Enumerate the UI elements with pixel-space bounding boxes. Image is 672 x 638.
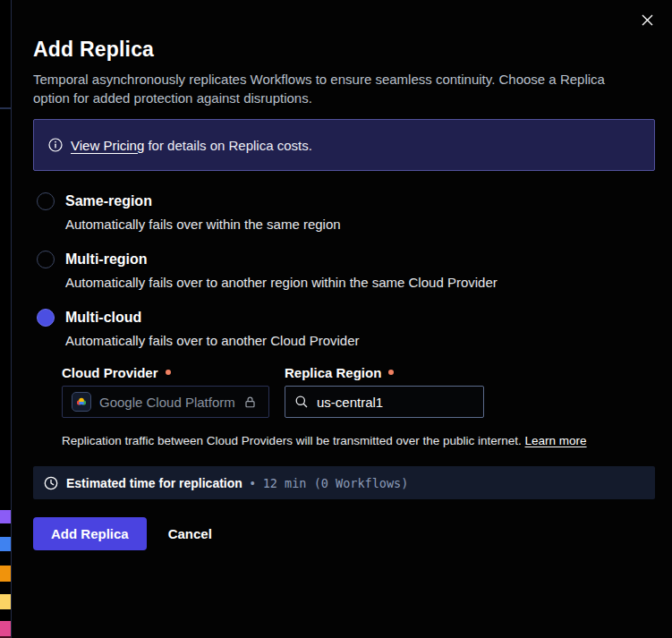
gcp-logo-icon	[72, 392, 91, 412]
cloud-provider-field[interactable]: Google Cloud Platform	[62, 386, 269, 418]
replica-options-group: Same-region Automatically fails over wit…	[33, 192, 654, 447]
backdrop-divider	[0, 107, 11, 109]
option-label: Same-region	[65, 193, 152, 209]
radio-unselected-icon[interactable]	[37, 251, 55, 268]
option-description: Automatically fails over to another regi…	[65, 275, 654, 290]
lock-icon	[243, 396, 257, 409]
option-label: Multi-region	[65, 251, 148, 268]
option-multi-cloud: Multi-cloud Automatically fails over to …	[33, 309, 654, 447]
add-replica-modal: Add Replica Temporal asynchronously repl…	[11, 0, 672, 638]
replica-region-input[interactable]	[317, 395, 474, 410]
learn-more-link[interactable]: Learn more	[525, 434, 587, 447]
backdrop-block-purple	[0, 510, 11, 523]
cloud-provider-value: Google Cloud Platform	[99, 395, 235, 410]
option-description: Automatically fails over to another Clou…	[65, 333, 654, 348]
cloud-provider-label: Cloud Provider	[62, 364, 269, 380]
replica-region-label: Replica Region	[285, 364, 484, 380]
estimate-banner: Estimated time for replication • 12 min …	[33, 466, 655, 499]
backdrop-block-yellow	[0, 594, 11, 609]
view-pricing-link[interactable]: View Pricing	[71, 138, 144, 153]
close-icon	[641, 13, 654, 27]
backdrop-strip	[0, 0, 11, 638]
search-icon	[294, 395, 309, 409]
estimate-value: 12 min (0 Workflows)	[263, 476, 409, 490]
page-title: Add Replica	[33, 38, 654, 62]
option-label: Multi-cloud	[65, 310, 141, 326]
close-button[interactable]	[636, 9, 658, 30]
info-icon	[48, 138, 63, 152]
pricing-banner-suffix: for details on Replica costs.	[144, 138, 312, 153]
cloud-provider-field-group: Cloud Provider Google Cloud P	[62, 364, 269, 418]
modal-description: Temporal asynchronously replicates Workf…	[33, 70, 642, 107]
option-multi-region-radio-row[interactable]: Multi-region	[33, 251, 654, 268]
replica-region-label-text: Replica Region	[285, 365, 381, 380]
option-description: Automatically fails over within the same…	[65, 217, 654, 232]
pricing-banner: View Pricing for details on Replica cost…	[33, 119, 655, 171]
backdrop-block-blue	[0, 537, 11, 551]
clock-icon	[44, 476, 58, 490]
estimate-label: Estimated time for replication	[66, 476, 242, 490]
public-internet-note-text: Replication traffic between Cloud Provid…	[62, 434, 525, 447]
radio-unselected-icon[interactable]	[37, 192, 55, 210]
multi-cloud-form: Cloud Provider Google Cloud P	[62, 364, 654, 418]
pricing-banner-text: View Pricing for details on Replica cost…	[71, 138, 312, 153]
option-multi-cloud-radio-row[interactable]: Multi-cloud	[33, 309, 654, 327]
option-multi-region: Multi-region Automatically fails over to…	[33, 251, 654, 290]
cancel-button[interactable]: Cancel	[168, 526, 212, 541]
required-dot	[166, 370, 171, 375]
modal-footer: Add Replica Cancel	[33, 517, 654, 550]
option-same-region: Same-region Automatically fails over wit…	[33, 192, 654, 232]
required-dot	[388, 370, 394, 375]
replica-region-field[interactable]	[285, 386, 484, 418]
cloud-provider-label-text: Cloud Provider	[62, 365, 158, 380]
option-same-region-radio-row[interactable]: Same-region	[33, 192, 654, 210]
add-replica-button[interactable]: Add Replica	[33, 517, 147, 550]
estimate-separator: •	[251, 476, 255, 490]
replica-region-field-group: Replica Region	[285, 364, 484, 418]
backdrop-block-orange	[0, 566, 11, 582]
public-internet-note: Replication traffic between Cloud Provid…	[62, 434, 654, 447]
radio-selected-icon[interactable]	[37, 309, 55, 327]
